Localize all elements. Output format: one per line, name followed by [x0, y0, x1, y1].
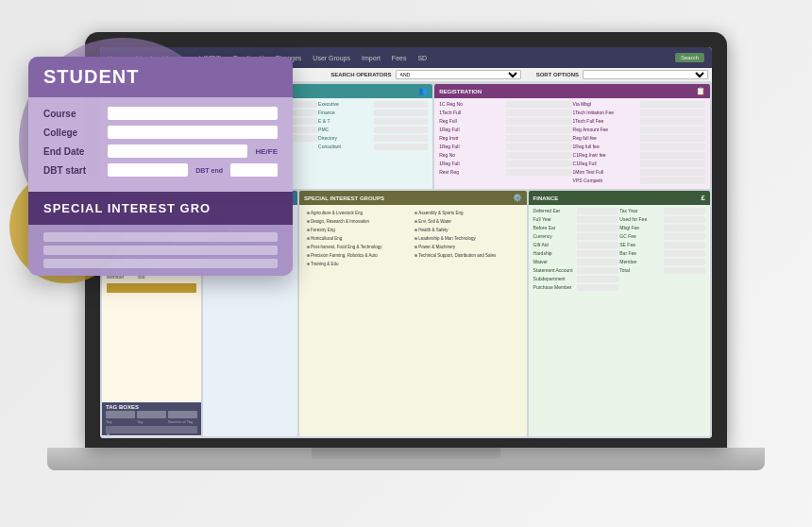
sig-panel-header: SPECIAL INTEREST GROUPS ⚙️ — [299, 191, 527, 205]
reg-via: Via Mbgl — [573, 101, 705, 108]
fin-statement: Statement Account — [533, 267, 619, 274]
pmc-row: PMC — [318, 127, 428, 133]
directory-row: Directory — [318, 135, 428, 142]
laptop-notch — [312, 448, 500, 459]
tag-boxes-section: TAG BOXES Tag Tag Number of Tag — [102, 402, 201, 435]
nav-sd[interactable]: SD — [417, 55, 427, 61]
tag-search-icon: 🔍 — [106, 434, 112, 436]
reg-1reg: 1Reg Full — [439, 127, 571, 133]
reg-1reg2: 1Reg Full — [439, 144, 571, 150]
reg-rest: Rest Reg — [439, 169, 571, 176]
fin-subdept: Subdepartment — [533, 276, 619, 282]
nav-fees[interactable]: Fees — [392, 55, 407, 61]
sort-options-label: SORT OPTIONS — [536, 72, 579, 77]
reg-1c: 1C Reg No — [439, 101, 571, 108]
tag-2[interactable] — [137, 411, 166, 418]
reg-1reg-full: 1Reg full fee — [573, 144, 705, 150]
search-operators-select[interactable]: AND OR NOT — [396, 70, 521, 79]
reg-1tech: 1Tech Full — [439, 110, 571, 116]
reg-1tech-full: 1Tech Full Fee — [573, 118, 705, 125]
sig-forestry[interactable]: Forestry Eng — [306, 227, 412, 233]
fin-hardship: Hardship — [533, 250, 619, 257]
sig-precision[interactable]: Precision Farming, Robotics & Auto — [306, 252, 412, 259]
laptop-base — [47, 448, 765, 470]
sig-training[interactable]: Training & Edu — [306, 261, 412, 267]
executive-row: Executive — [318, 101, 428, 108]
finance-row: Finance — [318, 110, 428, 116]
fin-purchase: Purchase Member — [533, 284, 619, 291]
sort-options-select[interactable] — [583, 70, 708, 79]
reg-no: Reg No — [439, 152, 571, 159]
registration-panel: REGISTRATION 📋 1C Reg No 1Tech Full Reg … — [434, 84, 710, 189]
reg-1reg3: 1Reg Full — [439, 161, 571, 167]
registration-panel-header: REGISTRATION 📋 — [434, 84, 710, 98]
reg-reg-full: Reg Full — [439, 118, 571, 125]
college-label: College — [43, 128, 100, 138]
consultant-row: Consultant — [318, 144, 428, 150]
tag-1[interactable] — [106, 411, 135, 418]
sig-technical[interactable]: Technical Support, Distribution and Sale… — [414, 252, 519, 259]
fin-giftaid: Gift Aid — [533, 242, 619, 248]
eat-row: E & T — [318, 118, 428, 125]
sig-row-2 — [43, 246, 278, 255]
course-label: Course — [43, 109, 100, 119]
dbtend-field[interactable] — [230, 163, 278, 177]
fin-se: SE Fee — [619, 242, 705, 248]
vps-comp: VPS Competit — [573, 178, 705, 184]
group-icon: 👥 — [418, 87, 428, 95]
fin-fullyear: Full Year — [533, 216, 619, 223]
fin-deferred: Deferred Ear — [533, 208, 619, 214]
fin-taxyear: Tax Year — [619, 208, 705, 214]
mtma-full: 1Mtm Text Full — [573, 169, 705, 176]
floating-student-card: STUDENT Course College End Date HE/FE DB… — [28, 57, 293, 276]
reg-full: Reg full fee — [573, 135, 705, 142]
reg-instr: Reg Instr — [439, 135, 571, 142]
course-field[interactable] — [108, 107, 278, 120]
reg-amount: Reg Amount Fee — [573, 127, 705, 133]
nav-import[interactable]: Import — [362, 55, 381, 61]
dbtstart-label: DBT start — [43, 165, 100, 176]
c1reg-instr: C1Reg Instr fee — [573, 152, 705, 159]
dbtend-label: DBT end — [195, 167, 223, 174]
search-operators-label: SEARCH OPERATORS — [330, 72, 391, 77]
sig-row-3 — [43, 259, 278, 268]
sig-horticultural[interactable]: Horticultural Eng — [306, 235, 412, 242]
sig-row-1 — [43, 232, 278, 242]
finance-panel-header: FINANCE £ — [529, 191, 710, 205]
fin-currency: Currency — [533, 233, 619, 240]
tag-search-icon-container: 🔍 — [106, 426, 197, 434]
sig-health[interactable]: Health & Safety — [414, 227, 519, 233]
fin-waiver: Waiver — [533, 259, 619, 265]
enddate-label: End Date — [43, 146, 100, 157]
sig-env[interactable]: Env, Soil & Water — [414, 218, 519, 225]
fin-gc: GC Fee — [619, 233, 705, 240]
fin-before: Before Ear — [533, 225, 619, 231]
reg-icon: 📋 — [696, 87, 705, 95]
student-card-header: STUDENT — [28, 57, 293, 97]
dbtstart-field[interactable] — [108, 163, 188, 177]
fin-member: Member — [619, 259, 705, 265]
reg-1tech-fee: 1Tech Initiation Fee — [573, 110, 705, 116]
sig-postharvest[interactable]: Post-harvest, Food Eng & Technology — [306, 244, 412, 250]
tag-count[interactable] — [168, 411, 197, 418]
fin-usedfee: Used for Fee — [619, 216, 705, 223]
finance-icon: £ — [702, 194, 705, 202]
sig-assembly[interactable]: Assembly & Sports Eng — [414, 210, 519, 216]
c1reg-full: C1Reg Full — [573, 161, 705, 167]
finance-panel: FINANCE £ Deferred Ear Full Year Before … — [529, 191, 710, 436]
nav-user-groups[interactable]: User Groups — [313, 55, 350, 61]
fin-total: Total — [619, 267, 705, 274]
jagre-bottom-bar — [107, 283, 196, 293]
sig-panel: SPECIAL INTEREST GROUPS ⚙️ Agriculture &… — [299, 191, 527, 436]
sig-leadership[interactable]: Leadership & Man Technology — [414, 235, 519, 242]
enddate-field[interactable] — [108, 144, 247, 158]
sig-icon: ⚙️ — [513, 194, 522, 202]
sig-agriculture[interactable]: Agriculture & Livestock Eng — [306, 210, 412, 216]
sig-card-footer: SPECIAL INTEREST GRO — [28, 192, 293, 225]
hefe-label: HE/FE — [255, 147, 278, 156]
fin-bar: Bar Fee — [619, 250, 705, 257]
search-button[interactable]: Search — [675, 53, 704, 62]
college-field[interactable] — [108, 126, 278, 139]
sig-power[interactable]: Power & Machinery — [414, 244, 519, 250]
sig-design[interactable]: Design, Research & Innovation — [306, 218, 412, 225]
